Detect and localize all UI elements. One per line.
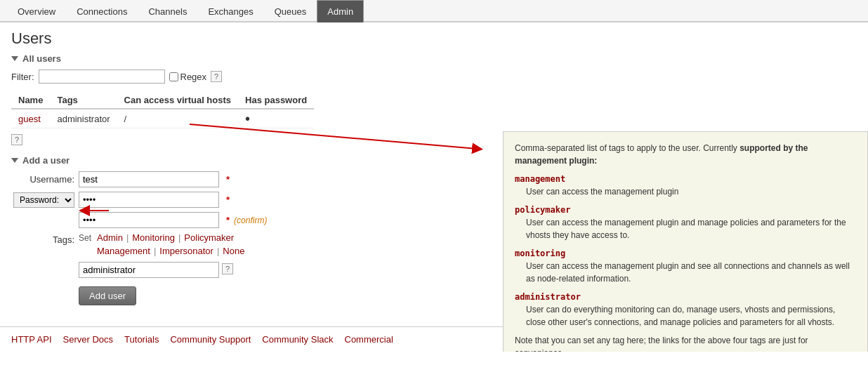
collapse-icon [11, 56, 18, 61]
table-row: guest administrator / • [11, 109, 314, 128]
col-tags: Tags [50, 92, 117, 109]
all-users-label: All users [22, 53, 61, 64]
password-required: * [226, 194, 230, 205]
top-navigation: Overview Connections Channels Exchanges … [0, 0, 868, 22]
nav-queues[interactable]: Queues [264, 0, 317, 22]
regex-checkbox[interactable] [169, 72, 178, 81]
footer-tutorials[interactable]: Tutorials [124, 334, 159, 345]
tags-help-icon[interactable]: ? [222, 263, 233, 274]
user-guest-link[interactable]: guest [18, 114, 41, 124]
page-title: Users [11, 29, 857, 48]
set-label: Set [79, 233, 91, 243]
user-has-password: • [238, 109, 314, 128]
filter-label: Filter: [11, 72, 34, 82]
tooltip-management: management User can access the managemen… [515, 173, 856, 198]
confirm-required: * [226, 215, 230, 225]
footer-commercial[interactable]: Commercial [345, 334, 393, 345]
col-vhosts: Can access virtual hosts [117, 92, 238, 109]
tooltip-policymaker: policymaker User can access the manageme… [515, 204, 856, 241]
add-user-button[interactable]: Add user [79, 286, 136, 305]
footer-server-docs[interactable]: Server Docs [63, 334, 114, 345]
all-users-section-header[interactable]: All users [11, 53, 857, 64]
username-required: * [226, 174, 230, 185]
tooltip-intro: Comma-separated list of tags to apply to… [515, 142, 856, 167]
tag-monitoring-btn[interactable]: Monitoring [129, 232, 178, 243]
nav-admin[interactable]: Admin [317, 0, 364, 22]
footer-community-support[interactable]: Community Support [170, 334, 251, 345]
users-table: Name Tags Can access virtual hosts Has p… [11, 92, 314, 128]
filter-input[interactable] [39, 69, 165, 84]
password-input[interactable] [79, 192, 219, 208]
tag-none-btn[interactable]: None [220, 246, 247, 256]
tag-buttons-block: Set Admin | Monitoring | Policymaker Set… [79, 232, 247, 278]
nav-overview[interactable]: Overview [7, 0, 66, 22]
tooltip-monitoring: monitoring User can access the managemen… [515, 247, 856, 285]
tag-management-btn[interactable]: Management [94, 246, 153, 256]
user-vhosts: / [117, 109, 238, 128]
password-type-select[interactable]: Password: Hashed: [13, 192, 74, 208]
tags-tooltip-popup: Comma-separated list of tags to apply to… [503, 131, 868, 352]
regex-label: Regex [180, 72, 207, 82]
footer-community-slack[interactable]: Community Slack [262, 334, 333, 345]
tag-impersonator-btn[interactable]: Impersonator [157, 246, 216, 256]
confirm-label: (confirm) [234, 216, 267, 225]
filter-row: Filter: Regex ? [11, 69, 857, 84]
tags-input[interactable] [79, 262, 219, 278]
regex-checkbox-label[interactable]: Regex [169, 72, 207, 82]
tags-label: Tags: [11, 232, 74, 245]
username-input[interactable] [79, 171, 219, 187]
tooltip-note: Note that you can set any tag here; the … [515, 334, 856, 352]
tooltip-administrator: administrator User can do everything mon… [515, 291, 856, 329]
tag-set-row-2: Set Management | Impersonator | None [79, 246, 247, 256]
tag-admin-btn[interactable]: Admin [94, 232, 126, 243]
nav-channels[interactable]: Channels [138, 0, 197, 22]
nav-connections[interactable]: Connections [66, 0, 138, 22]
password-confirm-input[interactable] [79, 212, 219, 228]
tag-set-row-1: Set Admin | Monitoring | Policymaker [79, 232, 247, 243]
tag-policymaker-btn[interactable]: Policymaker [181, 232, 237, 243]
footer-http-api[interactable]: HTTP API [11, 334, 52, 345]
regex-help-icon[interactable]: ? [211, 71, 222, 82]
nav-exchanges[interactable]: Exchanges [197, 0, 263, 22]
col-name: Name [11, 92, 50, 109]
username-label: Username: [11, 174, 74, 185]
col-password: Has password [238, 92, 314, 109]
add-user-collapse-icon [11, 158, 18, 163]
table-help-icon[interactable]: ? [11, 134, 22, 145]
table-header-row: Name Tags Can access virtual hosts Has p… [11, 92, 314, 109]
user-tags: administrator [50, 109, 117, 128]
add-user-label: Add a user [22, 155, 70, 166]
